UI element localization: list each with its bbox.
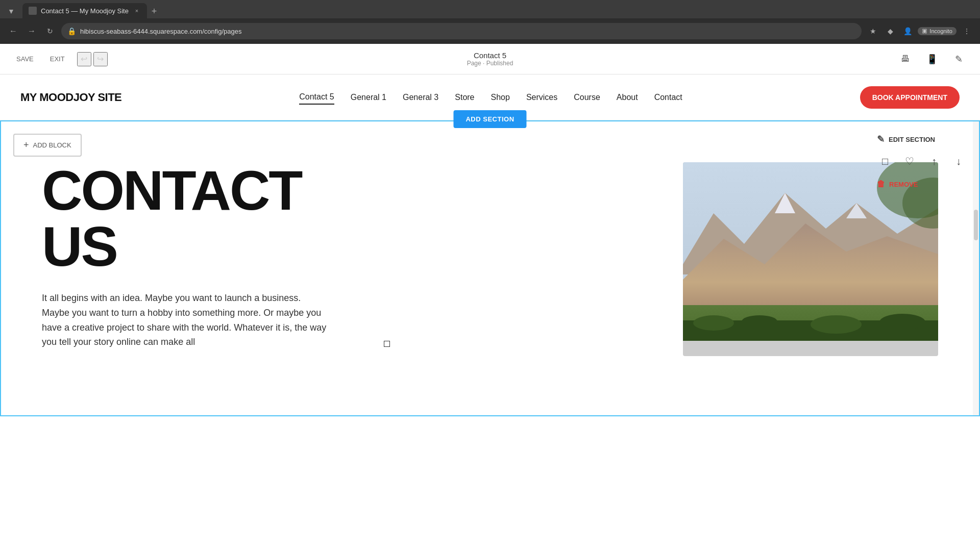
nav-link-course[interactable]: Course xyxy=(574,91,600,104)
nav-link-store[interactable]: Store xyxy=(455,91,474,104)
mobile-view-btn[interactable]: 📱 xyxy=(923,50,941,68)
edit-design-btn[interactable]: ✎ xyxy=(949,50,968,68)
section-tools-row: □ ♡ ↑ ↓ xyxy=(877,153,967,169)
incognito-label: Incognito xyxy=(929,28,952,34)
trash-icon: 🗑 xyxy=(877,180,885,189)
remove-section-button[interactable]: 🗑 REMOVE xyxy=(877,178,967,191)
svg-point-7 xyxy=(693,315,734,331)
exit-button[interactable]: EXIT xyxy=(46,53,69,65)
address-bar-row: ← → ↻ 🔒 ★ ◆ 👤 🏿 Incognito ⋮ xyxy=(0,18,980,44)
contact-heading: CONTACT US xyxy=(42,162,663,274)
add-section-bar: ADD SECTION xyxy=(453,110,526,128)
remove-label: REMOVE xyxy=(889,181,918,188)
browser-tab-bar: ▼ Contact 5 — My Moodjoy Site × + xyxy=(0,0,980,18)
tab-close-btn[interactable]: × xyxy=(133,7,141,15)
site-logo: MY MOODJOY SITE xyxy=(20,91,121,104)
nav-link-general3[interactable]: General 3 xyxy=(403,91,438,104)
nav-link-services[interactable]: Services xyxy=(526,91,557,104)
bookmark-btn[interactable]: ★ xyxy=(866,24,880,38)
tab-switcher-btn[interactable]: ▼ xyxy=(4,4,18,18)
scrollbar-thumb[interactable] xyxy=(974,210,978,240)
toolbar-left: SAVE EXIT ↩ ↪ xyxy=(12,52,108,66)
add-block-button[interactable]: + ADD BLOCK xyxy=(13,134,82,157)
duplicate-icon[interactable]: □ xyxy=(877,153,893,169)
heading-line1: CONTACT xyxy=(42,162,663,218)
content-left: CONTACT US It all begins with an idea. M… xyxy=(42,162,663,356)
save-button[interactable]: SAVE xyxy=(12,53,38,65)
nav-links: Contact 5 General 1 General 3 Store Shop… xyxy=(121,90,860,105)
new-tab-btn[interactable]: + xyxy=(147,4,161,18)
heading-line2: US xyxy=(42,218,663,274)
move-up-icon[interactable]: ↑ xyxy=(926,153,942,169)
section-edit-tools: ✎ EDIT SECTION □ ♡ ↑ ↓ 🗑 REMOVE xyxy=(877,132,967,191)
menu-btn[interactable]: ⋮ xyxy=(960,24,974,38)
page-status: Page · Published xyxy=(467,60,513,67)
contact-description: It all begins with an idea. Maybe you wa… xyxy=(42,291,328,349)
svg-point-8 xyxy=(742,315,777,328)
page-content: CONTACT US It all begins with an idea. M… xyxy=(1,121,979,377)
tab-title: Contact 5 — My Moodjoy Site xyxy=(41,7,129,15)
nav-link-contact5[interactable]: Contact 5 xyxy=(299,90,334,105)
svg-point-9 xyxy=(811,315,862,334)
book-appointment-button[interactable]: BOOK APPOINTMENT xyxy=(860,86,960,109)
nav-link-shop[interactable]: Shop xyxy=(491,91,510,104)
url-input[interactable] xyxy=(80,28,855,35)
nav-link-contact[interactable]: Contact xyxy=(654,91,682,104)
page-title: Contact 5 xyxy=(467,51,513,60)
extensions-btn[interactable]: ◆ xyxy=(883,24,897,38)
back-btn[interactable]: ← xyxy=(6,24,20,38)
scrollbar[interactable] xyxy=(973,121,979,415)
content-image xyxy=(683,162,938,356)
redo-btn[interactable]: ↪ xyxy=(93,52,108,66)
svg-point-10 xyxy=(879,314,925,330)
add-block-label: ADD BLOCK xyxy=(33,141,71,149)
pencil-icon: ✎ xyxy=(877,134,885,145)
browser-actions: ★ ◆ 👤 🏿 Incognito ⋮ xyxy=(866,24,974,38)
plus-icon: + xyxy=(23,140,29,151)
browser-tab[interactable]: Contact 5 — My Moodjoy Site × xyxy=(22,3,147,18)
forward-btn[interactable]: → xyxy=(24,24,39,38)
page-content-area: + ADD BLOCK ✎ EDIT SECTION □ ♡ ↑ ↓ 🗑 REM… xyxy=(0,120,980,416)
move-down-icon[interactable]: ↓ xyxy=(950,153,967,169)
add-section-button[interactable]: ADD SECTION xyxy=(453,110,526,128)
incognito-badge: 🏿 Incognito xyxy=(918,27,957,35)
nav-link-general1[interactable]: General 1 xyxy=(351,91,386,104)
favorite-icon[interactable]: ♡ xyxy=(901,153,918,169)
undo-redo-group: ↩ ↪ xyxy=(77,52,108,66)
profile-btn[interactable]: 👤 xyxy=(900,24,915,38)
lock-icon: 🔒 xyxy=(67,27,76,35)
toolbar-right: 🖶 📱 ✎ xyxy=(896,50,968,68)
desktop-view-btn[interactable]: 🖶 xyxy=(896,50,915,68)
editor-toolbar: SAVE EXIT ↩ ↪ Contact 5 Page · Published… xyxy=(0,44,980,74)
refresh-btn[interactable]: ↻ xyxy=(43,24,57,38)
nav-link-about[interactable]: About xyxy=(617,91,638,104)
edit-section-button[interactable]: ✎ EDIT SECTION xyxy=(877,132,967,147)
incognito-icon: 🏿 xyxy=(922,28,927,34)
undo-btn[interactable]: ↩ xyxy=(77,52,91,66)
tab-favicon xyxy=(29,7,37,15)
address-bar[interactable]: 🔒 xyxy=(61,23,862,39)
toolbar-center: Contact 5 Page · Published xyxy=(467,51,513,67)
edit-section-label: EDIT SECTION xyxy=(889,136,935,143)
